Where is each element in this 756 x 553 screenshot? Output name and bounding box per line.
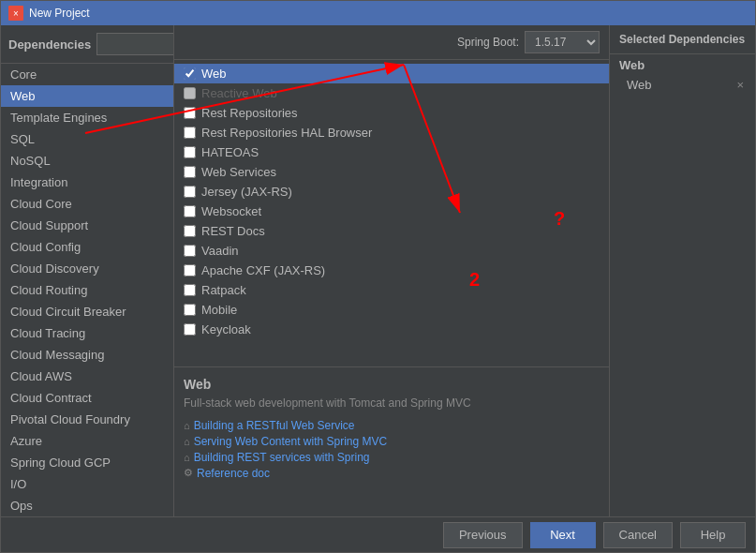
sidebar-item-cloud_aws[interactable]: Cloud AWS — [1, 366, 173, 387]
info-link-text-1[interactable]: Serving Web Content with Spring MVC — [194, 435, 388, 448]
checkbox-label-ratpack: Ratpack — [201, 283, 246, 297]
checkbox-ratpack[interactable] — [184, 284, 196, 296]
checkbox-item-reactive_web[interactable]: Reactive Web — [174, 83, 609, 103]
sidebar-item-sql[interactable]: SQL — [1, 128, 173, 150]
help-button[interactable]: Help — [680, 522, 746, 548]
checkbox-label-keycloak: Keycloak — [201, 322, 251, 336]
gear-icon: ⚙ — [184, 467, 193, 479]
checkbox-label-websocket: Websocket — [201, 204, 261, 218]
checkbox-label-rest_repositories_hal: Rest Repositories HAL Browser — [201, 126, 372, 140]
sidebar-item-io[interactable]: I/O — [1, 473, 173, 495]
sidebar-item-spring_cloud_gcp[interactable]: Spring Cloud GCP — [1, 452, 173, 473]
sidebar-item-cloud_support[interactable]: Cloud Support — [1, 215, 173, 236]
info-link-3: ⚙Reference doc — [184, 467, 600, 480]
spring-boot-label: Spring Boot: — [457, 36, 519, 49]
checkbox-jersey[interactable] — [184, 186, 196, 198]
checkbox-web[interactable] — [184, 67, 196, 80]
info-link-text-3[interactable]: Reference doc — [197, 467, 270, 480]
title-bar-left: × New Project — [8, 6, 90, 21]
previous-button[interactable]: Previous — [443, 522, 523, 548]
checkbox-item-ratpack[interactable]: Ratpack — [174, 280, 609, 300]
dependency-list: WebReactive WebRest RepositoriesRest Rep… — [174, 60, 609, 366]
checkbox-item-hateoas[interactable]: HATEOAS — [174, 142, 609, 162]
info-title: Web — [184, 377, 600, 392]
dependencies-label: Dependencies — [8, 37, 91, 52]
info-link-text-2[interactable]: Building REST services with Spring — [194, 451, 370, 464]
bottom-bar: Previous Next Cancel Help — [1, 516, 755, 552]
checkbox-mobile[interactable] — [184, 304, 196, 316]
checkbox-label-apache_cxf: Apache CXF (JAX-RS) — [201, 263, 325, 277]
sidebar-item-cloud_tracing[interactable]: Cloud Tracing — [1, 322, 173, 344]
checkbox-hateoas[interactable] — [184, 146, 196, 158]
info-link-2: ⌂Building REST services with Spring — [184, 451, 600, 464]
checkbox-label-jersey: Jersey (JAX-RS) — [201, 185, 292, 199]
sidebar-item-nosql[interactable]: NoSQL — [1, 150, 173, 172]
sidebar-item-cloud_circuit_breaker[interactable]: Cloud Circuit Breaker — [1, 301, 173, 322]
checkbox-apache_cxf[interactable] — [184, 264, 196, 276]
checkbox-web_services[interactable] — [184, 166, 196, 178]
spring-boot-select[interactable]: 1.5.172.0.02.1.0 — [525, 31, 600, 53]
house-icon: ⌂ — [184, 436, 190, 447]
sidebar-item-core[interactable]: Core — [1, 64, 173, 85]
main-content: 2 ? Dependencies CoreWebTemplate Engines… — [1, 25, 755, 516]
sidebar-item-web[interactable]: Web — [1, 85, 173, 107]
info-link-0: ⌂Building a RESTful Web Service — [184, 419, 600, 432]
selected-items-list: Web× — [610, 76, 755, 94]
right-panel: Selected Dependencies Web Web× — [610, 25, 755, 516]
checkbox-item-rest_docs[interactable]: REST Docs — [174, 221, 609, 241]
info-links: ⌂Building a RESTful Web Service⌂Serving … — [184, 419, 600, 480]
checkbox-item-websocket[interactable]: Websocket — [174, 202, 609, 221]
checkbox-item-rest_repositories_hal[interactable]: Rest Repositories HAL Browser — [174, 123, 609, 142]
selected-item-0: Web× — [610, 76, 755, 94]
sidebar-item-ops[interactable]: Ops — [1, 495, 173, 516]
selected-category-label: Web — [610, 54, 755, 76]
search-input[interactable] — [96, 33, 174, 55]
checkbox-label-reactive_web: Reactive Web — [201, 86, 277, 100]
remove-item-button-0[interactable]: × — [734, 78, 746, 92]
checkbox-item-rest_repositories[interactable]: Rest Repositories — [174, 103, 609, 123]
window-title: New Project — [29, 7, 90, 20]
checkbox-reactive_web[interactable] — [184, 87, 196, 99]
checkbox-websocket[interactable] — [184, 205, 196, 217]
checkbox-item-web_services[interactable]: Web Services — [174, 162, 609, 182]
checkbox-rest_repositories[interactable] — [184, 107, 196, 119]
sidebar-item-cloud_config[interactable]: Cloud Config — [1, 236, 173, 258]
checkbox-rest_repositories_hal[interactable] — [184, 127, 196, 139]
title-bar: × New Project — [1, 1, 755, 25]
sidebar-item-azure[interactable]: Azure — [1, 430, 173, 452]
checkbox-label-rest_repositories: Rest Repositories — [201, 106, 298, 120]
close-button[interactable]: × — [8, 6, 23, 21]
checkbox-vaadin[interactable] — [184, 245, 196, 257]
sidebar-item-pivotal_cloud_foundry[interactable]: Pivotal Cloud Foundry — [1, 409, 173, 430]
checkbox-item-apache_cxf[interactable]: Apache CXF (JAX-RS) — [174, 261, 609, 280]
checkbox-label-mobile: Mobile — [201, 303, 237, 317]
sidebar-item-cloud_messaging[interactable]: Cloud Messaging — [1, 344, 173, 366]
info-link-text-0[interactable]: Building a RESTful Web Service — [194, 419, 355, 432]
checkbox-item-keycloak[interactable]: Keycloak — [174, 320, 609, 339]
left-panel: Dependencies CoreWebTemplate EnginesSQLN… — [1, 25, 174, 516]
sidebar-item-cloud_contract[interactable]: Cloud Contract — [1, 387, 173, 409]
next-button[interactable]: Next — [530, 522, 596, 548]
info-link-1: ⌂Serving Web Content with Spring MVC — [184, 435, 600, 448]
sidebar-item-cloud_routing[interactable]: Cloud Routing — [1, 279, 173, 301]
checkbox-rest_docs[interactable] — [184, 225, 196, 237]
checkbox-item-mobile[interactable]: Mobile — [174, 300, 609, 320]
house-icon: ⌂ — [184, 420, 190, 431]
sidebar-item-cloud_core[interactable]: Cloud Core — [1, 193, 173, 215]
checkbox-item-vaadin[interactable]: Vaadin — [174, 241, 609, 261]
checkbox-item-web[interactable]: Web — [174, 64, 609, 83]
info-description: Full-stack web development with Tomcat a… — [184, 396, 600, 411]
left-header: Dependencies — [1, 25, 173, 64]
selected-item-label-0: Web — [627, 78, 652, 92]
spring-boot-bar: Spring Boot: 1.5.172.0.02.1.0 — [174, 25, 609, 60]
cancel-button[interactable]: Cancel — [603, 522, 673, 548]
info-box: Web Full-stack web development with Tomc… — [174, 366, 609, 516]
sidebar-item-template_engines[interactable]: Template Engines — [1, 107, 173, 128]
checkbox-label-rest_docs: REST Docs — [201, 224, 265, 238]
category-list: CoreWebTemplate EnginesSQLNoSQLIntegrati… — [1, 64, 173, 516]
middle-panel: Spring Boot: 1.5.172.0.02.1.0 WebReactiv… — [174, 25, 610, 516]
sidebar-item-cloud_discovery[interactable]: Cloud Discovery — [1, 258, 173, 279]
checkbox-keycloak[interactable] — [184, 323, 196, 336]
checkbox-item-jersey[interactable]: Jersey (JAX-RS) — [174, 182, 609, 202]
sidebar-item-integration[interactable]: Integration — [1, 172, 173, 193]
